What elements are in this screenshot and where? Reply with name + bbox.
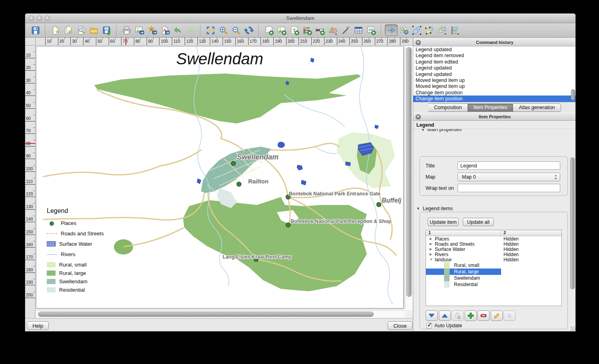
vertical-scroll-thumb[interactable] bbox=[406, 47, 412, 297]
close-button[interactable]: Close bbox=[388, 321, 412, 330]
add-item-button[interactable] bbox=[465, 310, 477, 321]
wrap-text-input[interactable] bbox=[458, 184, 560, 192]
add-new-map-button[interactable] bbox=[263, 24, 275, 36]
add-legend-button[interactable] bbox=[301, 24, 314, 36]
ruler-tick-label: 290 bbox=[400, 38, 413, 45]
export-as-svg-button[interactable] bbox=[146, 24, 159, 36]
save-project-button[interactable] bbox=[29, 24, 42, 36]
item-count-button[interactable]: Σ bbox=[503, 310, 515, 321]
selected-item-type-label: Legend bbox=[413, 121, 576, 129]
command-history-item[interactable]: Legend updated bbox=[413, 46, 576, 52]
add-html-frame-button[interactable]: </> bbox=[365, 24, 378, 36]
checkbox-checked-icon[interactable] bbox=[426, 323, 432, 328]
expander-arrow-icon[interactable]: ▶ bbox=[430, 253, 435, 256]
tree-row[interactable]: Swellendam bbox=[426, 275, 561, 281]
new-composition-button[interactable] bbox=[49, 24, 62, 36]
composition-paper[interactable]: Swellendam Swellendam Railton Bontebok N… bbox=[36, 46, 404, 308]
command-history-item[interactable]: Legend updated bbox=[413, 65, 576, 71]
zoom-full-button[interactable] bbox=[204, 24, 217, 36]
command-history-item[interactable]: Legend item removed bbox=[413, 52, 576, 58]
command-history-scrollbar[interactable] bbox=[571, 47, 575, 101]
tree-row[interactable]: Rural, large bbox=[426, 269, 561, 275]
export-as-image-button[interactable] bbox=[133, 24, 146, 36]
command-history-item[interactable]: Change item position bbox=[413, 95, 576, 101]
tree-row[interactable]: ▼ landuse Hidden bbox=[426, 257, 561, 262]
duplicate-composition-button[interactable] bbox=[62, 24, 75, 36]
align-items-button[interactable] bbox=[449, 24, 462, 36]
move-item-content-button[interactable] bbox=[398, 24, 410, 36]
zoom-in-button[interactable] bbox=[217, 24, 230, 36]
group-items-button[interactable] bbox=[410, 24, 423, 36]
help-button[interactable]: Help bbox=[27, 321, 49, 330]
ruler-tick-label: 280 bbox=[387, 38, 400, 45]
command-history-item[interactable]: Legend item edited bbox=[413, 59, 576, 65]
load-from-template-button[interactable] bbox=[88, 24, 100, 36]
update-item-button[interactable]: Update item bbox=[428, 218, 459, 226]
edit-item-button[interactable] bbox=[491, 310, 503, 321]
rural-large-north-polygon bbox=[94, 74, 361, 123]
command-history-item[interactable]: Change item position bbox=[413, 90, 576, 95]
expander-arrow-icon[interactable]: ▶ bbox=[430, 242, 435, 246]
command-history-item[interactable]: Moved legend item up bbox=[413, 77, 576, 83]
panel-tab[interactable]: Item Properties bbox=[468, 103, 513, 112]
add-group-button[interactable] bbox=[452, 310, 464, 321]
tree-row[interactable]: Residential bbox=[426, 281, 561, 288]
add-arrow-button[interactable] bbox=[339, 24, 352, 36]
export-as-pdf-button[interactable]: A bbox=[159, 24, 171, 36]
add-scalebar-button[interactable] bbox=[314, 24, 326, 36]
map-select-dropdown[interactable]: Map 0 ▲▼ bbox=[458, 173, 560, 181]
ruler-tick-label: 90 bbox=[25, 147, 35, 159]
undo-button[interactable] bbox=[171, 24, 184, 36]
tree-column-2-header[interactable]: 2 bbox=[501, 230, 506, 236]
remove-item-button[interactable] bbox=[478, 310, 490, 321]
tree-row[interactable]: Rural, small bbox=[426, 262, 561, 269]
add-image-button[interactable] bbox=[275, 24, 288, 36]
tree-row[interactable]: ▶ Rivers Hidden bbox=[426, 252, 561, 257]
save-as-template-button[interactable] bbox=[100, 24, 113, 36]
raise-items-button[interactable] bbox=[436, 24, 449, 36]
expander-arrow-icon[interactable]: ▼ bbox=[430, 258, 435, 261]
auto-update-checkbox-row[interactable]: Auto Update bbox=[426, 323, 462, 328]
add-shape-button[interactable] bbox=[326, 24, 339, 36]
tree-column-1-header[interactable]: 1 bbox=[426, 230, 501, 236]
tree-row[interactable]: ▶ Roads and Streets Hidden bbox=[426, 241, 561, 247]
item-properties-scrollbar[interactable] bbox=[570, 146, 575, 332]
move-item-down-button[interactable] bbox=[426, 310, 438, 321]
move-item-up-button[interactable] bbox=[439, 310, 451, 321]
composition-canvas[interactable]: Swellendam Swellendam Railton Bontebok N… bbox=[36, 46, 405, 310]
horizontal-scroll-thumb[interactable] bbox=[38, 312, 374, 317]
ruler-tick-label: 210 bbox=[299, 38, 311, 45]
command-history-item[interactable]: Legend updated bbox=[413, 71, 576, 77]
zoom-out-button[interactable] bbox=[230, 24, 243, 36]
add-attribute-table-button[interactable] bbox=[352, 24, 365, 36]
window-resize-grip[interactable] bbox=[571, 326, 576, 332]
tree-row[interactable]: ▶ Surface Water Hidden bbox=[426, 247, 561, 252]
command-history-scroll-thumb[interactable] bbox=[571, 89, 575, 100]
canvas-horizontal-scrollbar[interactable] bbox=[36, 310, 405, 318]
title-field-input[interactable] bbox=[458, 161, 560, 170]
panel-tab[interactable]: Atlas generation bbox=[513, 103, 561, 112]
canvas-vertical-scrollbar[interactable] bbox=[405, 46, 413, 310]
ungroup-items-button[interactable] bbox=[423, 24, 436, 36]
tree-row[interactable]: ▶ Places Hidden bbox=[426, 236, 561, 241]
ruler-tick-label: 250 bbox=[349, 38, 362, 45]
command-history-item[interactable]: Moved legend item up bbox=[413, 83, 576, 89]
toolbar-separator bbox=[200, 25, 201, 36]
collapse-arrow-icon: ▼ bbox=[421, 129, 425, 132]
item-properties-scroll-thumb[interactable] bbox=[570, 157, 575, 289]
panel-tabs: CompositionItem PropertiesAtlas generati… bbox=[413, 102, 576, 113]
select-move-item-button[interactable] bbox=[385, 24, 398, 36]
panel-tab[interactable]: Composition bbox=[428, 103, 468, 112]
legend-items-section[interactable]: ▼ Legend items bbox=[416, 206, 453, 211]
print-button[interactable] bbox=[120, 24, 133, 36]
update-all-button[interactable]: Update all bbox=[463, 218, 494, 226]
expander-arrow-icon[interactable]: ▶ bbox=[430, 247, 435, 251]
refresh-view-button[interactable] bbox=[243, 24, 255, 36]
add-label-button[interactable]: T bbox=[288, 24, 301, 36]
composition-manager-button[interactable] bbox=[75, 24, 88, 36]
map-legend-item[interactable]: Legend Places Roads and Streets bbox=[47, 207, 123, 295]
ruler-tick-label: 20 bbox=[25, 58, 35, 71]
redo-button[interactable] bbox=[184, 24, 197, 36]
main-properties-section[interactable]: ▼Main properties bbox=[413, 129, 576, 133]
expander-arrow-icon[interactable]: ▶ bbox=[430, 237, 435, 241]
